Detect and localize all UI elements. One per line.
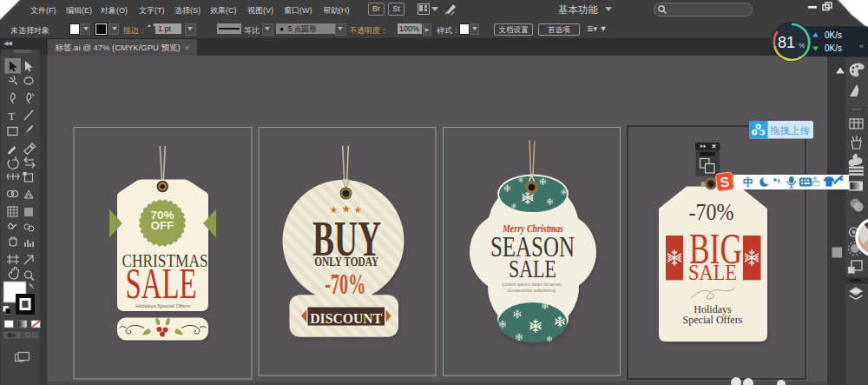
- svg-text:Special Offers: Special Offers: [683, 314, 743, 326]
- svg-text:-70%: -70%: [689, 199, 734, 225]
- svg-text:Lorem ipsum dolor sit amet,: Lorem ipsum dolor sit amet,: [502, 282, 562, 287]
- svg-text:consectetur adipiscing.: consectetur adipiscing.: [508, 288, 557, 293]
- svg-text:OFF: OFF: [151, 219, 174, 232]
- svg-text:SALE: SALE: [688, 260, 737, 285]
- svg-text:拖拽上传: 拖拽上传: [770, 125, 811, 136]
- svg-text:81: 81: [778, 34, 795, 51]
- svg-text:T: T: [9, 110, 16, 123]
- svg-text:0K/s: 0K/s: [825, 30, 842, 40]
- svg-text:中: 中: [743, 176, 754, 189]
- svg-text:ONLY TODAY: ONLY TODAY: [314, 256, 378, 269]
- svg-text:%: %: [799, 42, 805, 50]
- svg-text:DISCOUNT: DISCOUNT: [310, 310, 383, 327]
- svg-text:Holidays Special Offers: Holidays Special Offers: [135, 303, 189, 309]
- svg-text:SALE: SALE: [509, 254, 556, 282]
- svg-text:SALE: SALE: [126, 259, 197, 308]
- svg-text:«: «: [859, 42, 864, 50]
- svg-text:-70%: -70%: [325, 268, 365, 300]
- svg-text:0K/s: 0K/s: [825, 43, 842, 53]
